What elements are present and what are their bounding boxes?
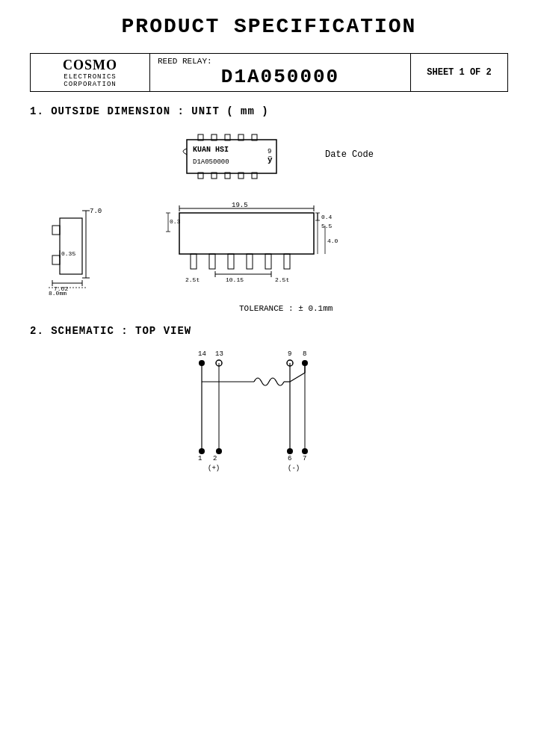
svg-rect-36 <box>209 254 215 269</box>
side-view-diagram: 7.0 0.35 7.62 8.0mm <box>45 199 142 297</box>
ic-package-area: 9 ÿ KUAN HSI D1A050000 Date Code <box>30 125 508 185</box>
svg-text:(+): (+) <box>208 465 220 472</box>
schematic-area: 14 13 9 8 1 2 6 7 (+) (-) <box>30 344 508 479</box>
svg-rect-39 <box>265 254 271 269</box>
svg-rect-37 <box>228 254 234 269</box>
svg-text:13: 13 <box>215 350 223 358</box>
svg-rect-35 <box>191 254 197 269</box>
svg-text:14: 14 <box>198 350 206 358</box>
tolerance-note: TOLERANCE : ± 0.1mm <box>239 304 508 313</box>
product-type: REED RELAY: <box>158 57 403 66</box>
date-code-label: Date Code <box>325 149 374 160</box>
dimension-diagrams: 7.0 0.35 7.62 8.0mm 19.5 <box>45 199 508 297</box>
svg-rect-34 <box>179 213 314 254</box>
svg-text:19.5: 19.5 <box>232 202 248 209</box>
svg-text:9: 9 <box>288 350 291 358</box>
svg-text:7: 7 <box>303 455 306 462</box>
svg-rect-38 <box>247 254 253 269</box>
company-sub: ELECTRONICS CORPORATION <box>38 73 142 88</box>
svg-text:(-): (-) <box>288 465 300 472</box>
svg-text:5.5: 5.5 <box>321 223 333 229</box>
svg-text:ÿ: ÿ <box>268 155 273 164</box>
svg-rect-0 <box>187 140 276 173</box>
svg-text:8.0mm: 8.0mm <box>49 290 67 297</box>
svg-text:9: 9 <box>268 148 271 155</box>
section1-title: 1. OUTSIDE DIMENSION : UNIT ( mm ) <box>30 105 508 117</box>
svg-rect-19 <box>60 218 82 274</box>
svg-line-71 <box>290 373 305 382</box>
svg-text:2.5t: 2.5t <box>275 276 289 283</box>
svg-text:4.0: 4.0 <box>327 238 338 244</box>
svg-text:1: 1 <box>198 455 202 462</box>
schematic-svg: 14 13 9 8 1 2 6 7 (+) (-) <box>157 344 381 479</box>
svg-rect-21 <box>52 255 60 264</box>
part-number: D1A050000 <box>158 66 403 88</box>
svg-text:D1A050000: D1A050000 <box>193 158 229 166</box>
company-name: COSMO <box>38 58 142 73</box>
svg-text:8: 8 <box>303 350 306 358</box>
header-table: COSMO ELECTRONICS CORPORATION REED RELAY… <box>30 53 508 92</box>
svg-text:7.0: 7.0 <box>90 208 102 215</box>
svg-text:10.15: 10.15 <box>226 276 244 283</box>
ic-package-svg: 9 ÿ KUAN HSI D1A050000 <box>164 125 314 185</box>
svg-text:KUAN HSI: KUAN HSI <box>193 146 229 154</box>
svg-text:0.4: 0.4 <box>321 214 333 220</box>
svg-text:0.3: 0.3 <box>170 218 181 225</box>
svg-text:2: 2 <box>213 455 217 462</box>
section2-title: 2. SCHEMATIC : TOP VIEW <box>30 325 508 337</box>
front-view-diagram: 19.5 0.3 0.4 5.5 4.0 10.15 2.5t <box>164 199 351 297</box>
svg-text:2.5t: 2.5t <box>185 276 200 283</box>
page-title: PRODUCT SPECIFICATION <box>30 15 508 38</box>
svg-text:6: 6 <box>288 455 291 462</box>
svg-rect-20 <box>52 226 60 235</box>
sheet-info: SHEET 1 OF 2 <box>411 54 508 92</box>
svg-text:0.35: 0.35 <box>61 250 75 257</box>
svg-rect-40 <box>284 254 290 269</box>
